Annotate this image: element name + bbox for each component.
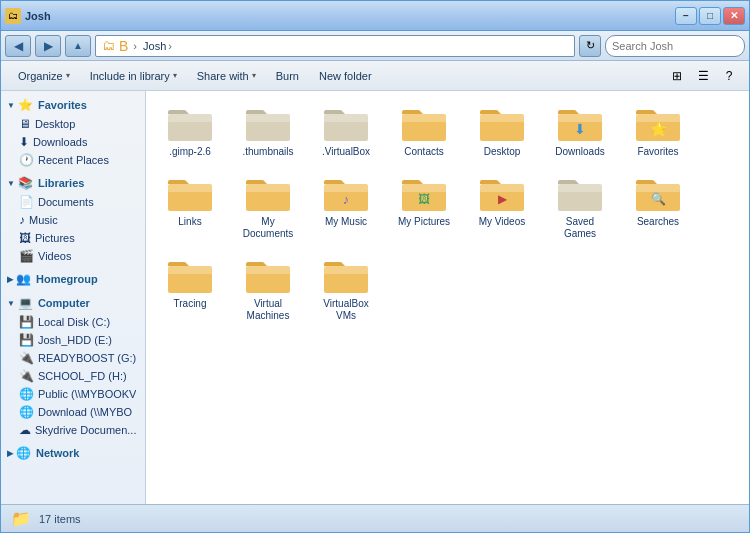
- folder-icon-gimp: [166, 104, 214, 144]
- downloads-icon: ⬇: [19, 135, 29, 149]
- folder-icon-virtual-machines: [244, 256, 292, 296]
- folder-item-desktop-folder[interactable]: Desktop: [466, 99, 538, 163]
- folder-grid: .gimp-2.6 .thumbnails .VirtualBox Contac…: [154, 99, 741, 327]
- close-button[interactable]: ✕: [723, 7, 745, 25]
- folder-label-desktop-folder: Desktop: [484, 146, 521, 158]
- folder-item-my-music[interactable]: ♪ My Music: [310, 169, 382, 245]
- sidebar-computer-header[interactable]: ▼ 💻 Computer: [1, 293, 145, 313]
- homegroup-section-icon: 👥: [16, 272, 31, 286]
- burn-button[interactable]: Burn: [267, 64, 308, 88]
- search-input[interactable]: [612, 40, 750, 52]
- search-box[interactable]: 🔍: [605, 35, 745, 57]
- svg-rect-37: [246, 266, 290, 274]
- path-label: Josh: [143, 40, 166, 52]
- include-library-button[interactable]: Include in library ▾: [81, 64, 186, 88]
- folder-item-saved-games[interactable]: Saved Games: [544, 169, 616, 245]
- svg-text:🖼: 🖼: [418, 192, 430, 206]
- back-button[interactable]: ◀: [5, 35, 31, 57]
- address-path[interactable]: 🗂 B › Josh ›: [95, 35, 575, 57]
- organize-button[interactable]: Organize ▾: [9, 64, 79, 88]
- sidebar-item-documents[interactable]: 📄 Documents: [1, 193, 145, 211]
- folder-icon-my-music: ♪: [322, 174, 370, 214]
- computer-label: Computer: [38, 297, 90, 309]
- folder-item-contacts[interactable]: Contacts: [388, 99, 460, 163]
- folder-item-tracing[interactable]: Tracing: [154, 251, 226, 327]
- folder-label-downloads-folder: Downloads: [555, 146, 604, 158]
- readyboost-icon: 🔌: [19, 351, 34, 365]
- new-folder-button[interactable]: New folder: [310, 64, 381, 88]
- path-root-icon: B: [119, 38, 128, 54]
- folder-icon-searches: 🔍: [634, 174, 682, 214]
- folder-item-my-pictures[interactable]: 🖼 My Pictures: [388, 169, 460, 245]
- folder-item-virtualbox[interactable]: .VirtualBox: [310, 99, 382, 163]
- svg-rect-27: [480, 184, 524, 192]
- refresh-button[interactable]: ↻: [579, 35, 601, 57]
- help-button[interactable]: ?: [717, 64, 741, 88]
- toolbar: Organize ▾ Include in library ▾ Share wi…: [1, 61, 749, 91]
- folder-item-gimp[interactable]: .gimp-2.6: [154, 99, 226, 163]
- explorer-window: 🗂 Josh − □ ✕ ◀ ▶ ▲ 🗂 B › Josh › ↻ 🔍 Orga…: [0, 0, 750, 533]
- folder-icon-favorites-folder: ⭐: [634, 104, 682, 144]
- sidebar-homegroup-header[interactable]: ▶ 👥 Homegroup: [1, 269, 145, 289]
- folder-icon-virtualbox: [322, 104, 370, 144]
- favorites-triangle: ▼: [7, 101, 15, 110]
- computer-section-icon: 💻: [18, 296, 33, 310]
- view-buttons: ⊞ ☰ ?: [665, 64, 741, 88]
- svg-rect-1: [168, 114, 212, 122]
- view-toggle[interactable]: ☰: [691, 64, 715, 88]
- sidebar-section-favorites: ▼ ⭐ Favorites 🖥 Desktop ⬇ Downloads 🕐 Re…: [1, 95, 145, 169]
- network-label: Network: [36, 447, 79, 459]
- desktop-icon: 🖥: [19, 117, 31, 131]
- view-large-icons[interactable]: ⊞: [665, 64, 689, 88]
- folder-label-tracing: Tracing: [174, 298, 207, 310]
- path-folder-icon: 🗂: [102, 38, 115, 53]
- forward-button[interactable]: ▶: [35, 35, 61, 57]
- folder-item-virtual-machines[interactable]: Virtual Machines: [232, 251, 304, 327]
- svg-rect-9: [480, 114, 524, 122]
- title-bar: 🗂 Josh − □ ✕: [1, 1, 749, 31]
- folder-icon-my-documents: [244, 174, 292, 214]
- title-controls: − □ ✕: [675, 7, 745, 25]
- folder-item-virtualbox-vms[interactable]: VirtualBox VMs: [310, 251, 382, 327]
- svg-rect-24: [402, 184, 446, 192]
- sidebar-item-videos[interactable]: 🎬 Videos: [1, 247, 145, 265]
- sidebar-network-header[interactable]: ▶ 🌐 Network: [1, 443, 145, 463]
- sidebar-item-josh-hdd-e[interactable]: 💾 Josh_HDD (E:): [1, 331, 145, 349]
- svg-text:♪: ♪: [343, 192, 350, 207]
- folder-item-my-documents[interactable]: My Documents: [232, 169, 304, 245]
- sidebar-item-music[interactable]: ♪ Music: [1, 211, 145, 229]
- svg-rect-30: [558, 184, 602, 192]
- sidebar-item-skydrive[interactable]: ☁ Skydrive Documen...: [1, 421, 145, 439]
- sidebar-item-public-network[interactable]: 🌐 Public (\\MYBOOKV: [1, 385, 145, 403]
- sidebar-item-local-disk-c[interactable]: 💾 Local Disk (C:): [1, 313, 145, 331]
- sidebar-libraries-header[interactable]: ▼ 📚 Libraries: [1, 173, 145, 193]
- sidebar-item-downloads[interactable]: ⬇ Downloads: [1, 133, 145, 151]
- maximize-button[interactable]: □: [699, 7, 721, 25]
- folder-item-searches[interactable]: 🔍 Searches: [622, 169, 694, 245]
- folder-item-downloads-folder[interactable]: ⬇ Downloads: [544, 99, 616, 163]
- minimize-button[interactable]: −: [675, 7, 697, 25]
- sidebar-item-download-network[interactable]: 🌐 Download (\\MYBO: [1, 403, 145, 421]
- address-bar: ◀ ▶ ▲ 🗂 B › Josh › ↻ 🔍: [1, 31, 749, 61]
- up-button[interactable]: ▲: [65, 35, 91, 57]
- folder-item-favorites-folder[interactable]: ⭐ Favorites: [622, 99, 694, 163]
- homegroup-triangle: ▶: [7, 275, 13, 284]
- public-network-icon: 🌐: [19, 387, 34, 401]
- sidebar-item-desktop[interactable]: 🖥 Desktop: [1, 115, 145, 133]
- sidebar-item-school-fd-h[interactable]: 🔌 SCHOOL_FD (H:): [1, 367, 145, 385]
- folder-item-thumbnails[interactable]: .thumbnails: [232, 99, 304, 163]
- folder-label-links: Links: [178, 216, 201, 228]
- folder-icon-my-videos: ▶: [478, 174, 526, 214]
- svg-rect-21: [324, 184, 368, 192]
- folder-item-my-videos[interactable]: ▶ My Videos: [466, 169, 538, 245]
- sidebar-item-pictures[interactable]: 🖼 Pictures: [1, 229, 145, 247]
- sidebar-item-readyboost-g[interactable]: 🔌 READYBOOST (G:): [1, 349, 145, 367]
- folder-icon-thumbnails: [244, 104, 292, 144]
- sidebar-item-recent-places[interactable]: 🕐 Recent Places: [1, 151, 145, 169]
- svg-text:⭐: ⭐: [650, 121, 668, 138]
- sidebar-favorites-header[interactable]: ▼ ⭐ Favorites: [1, 95, 145, 115]
- recent-places-icon: 🕐: [19, 153, 34, 167]
- share-with-button[interactable]: Share with ▾: [188, 64, 265, 88]
- folder-item-links[interactable]: Links: [154, 169, 226, 245]
- svg-rect-32: [636, 184, 680, 192]
